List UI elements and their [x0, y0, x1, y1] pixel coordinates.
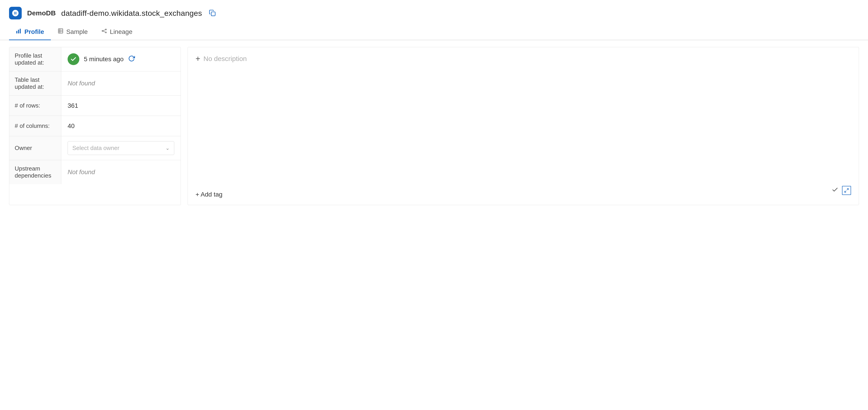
- header: DemoDB datadiff-demo.wikidata.stock_exch…: [0, 0, 868, 24]
- value-num-columns: 40: [61, 116, 181, 136]
- plus-icon: +: [195, 54, 200, 64]
- value-upstream: Not found: [61, 160, 181, 184]
- chevron-down-icon: ⌄: [165, 145, 169, 151]
- svg-rect-0: [211, 12, 215, 16]
- profile-updated-time: 5 minutes ago: [84, 56, 124, 63]
- refresh-icon[interactable]: [128, 55, 135, 64]
- tab-sample[interactable]: Sample: [51, 24, 94, 40]
- tab-lineage[interactable]: Lineage: [94, 24, 139, 40]
- chart-icon: [16, 28, 22, 35]
- value-num-rows: 361: [61, 96, 181, 116]
- row-profile-updated: Profile last updated at: 5 minutes ago: [9, 47, 181, 71]
- row-num-columns: # of columns: 40: [9, 116, 181, 136]
- description-panel: + No description + Add tag: [188, 47, 859, 205]
- db-name: DemoDB: [27, 9, 56, 17]
- row-table-updated: Table last updated at: Not found: [9, 71, 181, 96]
- app-logo: [9, 7, 22, 20]
- logo-icon: [11, 9, 19, 17]
- svg-line-13: [847, 189, 848, 190]
- row-num-rows: # of rows: 361: [9, 96, 181, 116]
- expand-icon[interactable]: [842, 186, 851, 195]
- right-panel-bottom: + Add tag: [195, 178, 851, 198]
- row-upstream: Upstream dependencies Not found: [9, 160, 181, 184]
- label-num-rows: # of rows:: [9, 96, 61, 116]
- svg-rect-1: [16, 31, 17, 33]
- add-tag-button[interactable]: + Add tag: [195, 191, 222, 198]
- svg-point-10: [105, 32, 106, 33]
- panel-actions-row: [832, 183, 851, 198]
- status-success-icon: [68, 53, 79, 65]
- tab-lineage-label: Lineage: [110, 28, 132, 35]
- lineage-icon: [101, 28, 107, 35]
- copy-button[interactable]: [208, 8, 217, 18]
- svg-line-12: [103, 31, 105, 32]
- label-owner: Owner: [9, 136, 61, 160]
- profile-info-panel: Profile last updated at: 5 minutes ago T…: [9, 47, 181, 205]
- value-profile-updated: 5 minutes ago: [61, 47, 181, 71]
- no-description-label: No description: [204, 55, 247, 63]
- tab-profile-label: Profile: [24, 28, 44, 35]
- confirm-icon[interactable]: [832, 186, 838, 195]
- tab-sample-label: Sample: [66, 28, 88, 35]
- svg-point-9: [105, 29, 106, 30]
- add-tag-label: + Add tag: [195, 191, 222, 198]
- tab-profile[interactable]: Profile: [9, 24, 51, 40]
- table-path: datadiff-demo.wikidata.stock_exchanges: [61, 9, 202, 18]
- svg-line-11: [103, 30, 105, 31]
- table-icon: [58, 28, 64, 35]
- value-table-updated: Not found: [61, 71, 181, 95]
- main-content: Profile last updated at: 5 minutes ago T…: [0, 40, 868, 212]
- label-num-columns: # of columns:: [9, 116, 61, 136]
- owner-select-placeholder: Select data owner: [72, 144, 119, 151]
- owner-select-dropdown[interactable]: Select data owner ⌄: [68, 141, 174, 155]
- svg-rect-3: [20, 29, 21, 33]
- svg-line-14: [845, 191, 846, 192]
- row-owner: Owner Select data owner ⌄: [9, 136, 181, 160]
- label-table-updated: Table last updated at:: [9, 71, 61, 95]
- value-owner: Select data owner ⌄: [61, 136, 181, 160]
- label-profile-updated: Profile last updated at:: [9, 47, 61, 71]
- label-upstream: Upstream dependencies: [9, 160, 61, 184]
- tab-bar: Profile Sample Lineage: [0, 24, 868, 40]
- svg-point-8: [102, 31, 103, 31]
- add-description-button[interactable]: + No description: [195, 54, 851, 64]
- svg-rect-2: [18, 30, 19, 33]
- svg-rect-4: [58, 29, 63, 33]
